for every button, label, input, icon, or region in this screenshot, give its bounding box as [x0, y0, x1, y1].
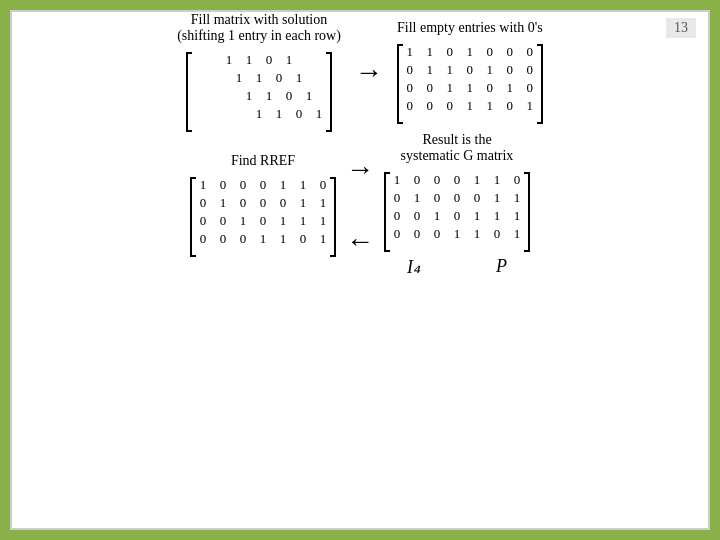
bottom-left-section: Find RREF 1 0 0 0 1 1 0 0 1 [190, 153, 336, 257]
bottom-right-label: Result is the systematic G matrix [401, 132, 514, 164]
arrow-right-bottom-icon: → [346, 153, 374, 185]
p-label: P [496, 256, 507, 278]
top-right-section: Fill empty entries with 0's 1 1 0 1 0 0 … [397, 20, 543, 124]
top-right-label: Fill empty entries with 0's [397, 20, 543, 36]
slide-number: 13 [666, 18, 696, 38]
top-right-matrix: 1 1 0 1 0 0 0 0 1 1 0 1 0 [397, 44, 543, 124]
bracket-right-tr-icon [537, 44, 543, 124]
bottom-right-section: Result is the systematic G matrix 1 0 0 … [384, 132, 530, 278]
top-left-section: Fill matrix with solution (shifting 1 en… [177, 12, 341, 132]
top-row-container: Fill matrix with solution (shifting 1 en… [30, 12, 690, 132]
bracket-right-br-icon [524, 172, 530, 252]
bottom-row-container: Find RREF 1 0 0 0 1 1 0 0 1 [30, 132, 690, 278]
bottom-right-matrix: 1 0 0 0 1 1 0 0 1 0 0 0 1 [384, 172, 530, 252]
bottom-left-matrix: 1 0 0 0 1 1 0 0 1 0 0 0 1 [190, 177, 336, 257]
bracket-right-icon [326, 52, 332, 132]
top-left-matrix: 1 1 0 1 1 1 1 0 1 1 1 1 [186, 52, 332, 132]
slide-container: 13 Fill matrix with solution (shifting 1… [10, 10, 710, 530]
i4-p-labels: I₄ P [384, 256, 530, 278]
bracket-right-bl-icon [330, 177, 336, 257]
bottom-left-label: Find RREF [231, 153, 295, 169]
i4-label: I₄ [407, 256, 420, 278]
arrow-right-top-icon: → [355, 56, 383, 88]
top-left-label: Fill matrix with solution (shifting 1 en… [177, 12, 341, 44]
arrow-left-bottom-icon: ← [346, 225, 374, 257]
